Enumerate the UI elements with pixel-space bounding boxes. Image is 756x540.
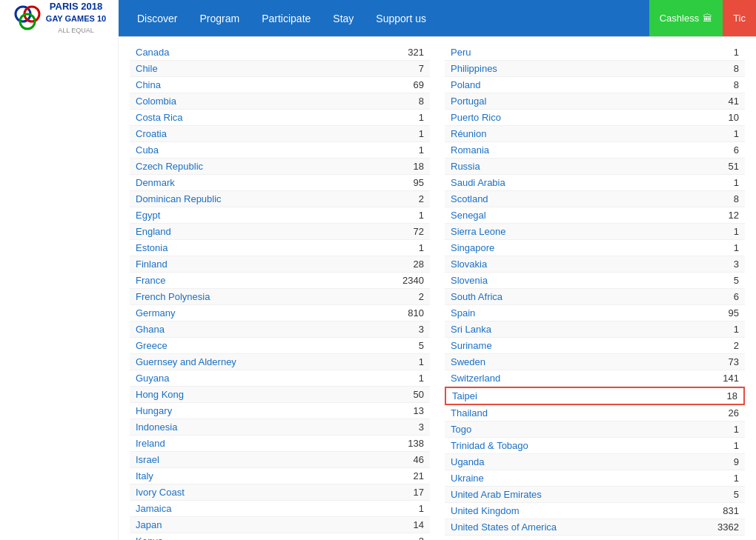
table-row: Guyana 1 (130, 370, 430, 387)
country-name[interactable]: United Kingdom (451, 505, 520, 516)
country-name[interactable]: Jamaica (136, 503, 171, 514)
country-name[interactable]: United Arab Emirates (451, 489, 542, 500)
country-name[interactable]: Togo (451, 424, 471, 435)
country-name[interactable]: Saudi Arabia (451, 177, 505, 188)
country-name[interactable]: Costa Rica (136, 112, 183, 123)
table-row: China 69 (130, 77, 430, 93)
country-name[interactable]: Sierra Leone (451, 226, 505, 237)
country-name[interactable]: Japan (136, 519, 162, 530)
country-name[interactable]: Ireland (136, 438, 165, 449)
country-count: 6 (709, 291, 739, 302)
nav-support[interactable]: Support us (365, 0, 437, 36)
country-name[interactable]: Kenya (136, 536, 163, 540)
country-name[interactable]: Réunion (451, 128, 486, 139)
country-name[interactable]: Ivory Coast (136, 487, 185, 498)
country-name[interactable]: United States of America (451, 521, 557, 533)
country-name[interactable]: Poland (451, 79, 480, 90)
country-name[interactable]: Uganda (451, 456, 485, 467)
country-name[interactable]: Dominican Republic (136, 193, 222, 204)
country-count: 8 (709, 79, 739, 90)
table-row: Peru 1 (445, 44, 745, 61)
right-column: Peru 1 Philippines 8 Poland 8 Portugal 4… (445, 44, 745, 540)
country-count: 7 (394, 63, 424, 74)
table-row: Sri Lanka 1 (445, 321, 745, 338)
country-name[interactable]: Israel (136, 454, 159, 465)
country-name[interactable]: Czech Republic (136, 161, 203, 172)
nav-program[interactable]: Program (188, 0, 251, 36)
country-name[interactable]: Indonesia (136, 421, 177, 433)
country-name[interactable]: Romania (451, 144, 489, 156)
country-count: 51 (709, 161, 739, 172)
cashless-button[interactable]: Cashless 🏛 (649, 0, 723, 36)
country-name[interactable]: England (136, 226, 171, 237)
country-name[interactable]: Sri Lanka (451, 324, 491, 335)
country-name[interactable]: Scotland (451, 193, 488, 204)
country-name[interactable]: Cuba (136, 144, 159, 156)
country-name[interactable]: France (136, 275, 165, 286)
table-area: Canada 321 Chile 7 China 69 Colombia 8 C… (119, 37, 756, 540)
table-row: Réunion 1 (445, 126, 745, 142)
country-name[interactable]: Hungary (136, 405, 172, 416)
nav-discover[interactable]: Discover (126, 0, 188, 36)
left-column: Canada 321 Chile 7 China 69 Colombia 8 C… (130, 44, 430, 540)
country-name[interactable]: Chile (136, 63, 158, 74)
country-name[interactable]: Taipei (452, 390, 477, 401)
table-row: United States of America 3362 (445, 519, 745, 536)
country-name[interactable]: Canada (136, 47, 170, 58)
country-count: 1 (394, 210, 424, 221)
country-count: 1 (709, 177, 739, 188)
country-name[interactable]: Singapore (451, 242, 494, 253)
country-count: 1 (709, 226, 739, 237)
country-name[interactable]: Peru (451, 47, 471, 58)
country-name[interactable]: Thailand (451, 407, 488, 419)
country-name[interactable]: Italy (136, 470, 153, 481)
country-count: 138 (394, 438, 424, 449)
country-name[interactable]: Croatia (136, 128, 167, 139)
country-name[interactable]: Senegal (451, 210, 486, 221)
country-name[interactable]: Denmark (136, 177, 175, 188)
table-row: Slovenia 5 (445, 273, 745, 289)
country-name[interactable]: Russia (451, 161, 480, 172)
country-name[interactable]: Finland (136, 259, 168, 270)
country-name[interactable]: Trinidad & Tobago (451, 440, 528, 451)
table-row: Jamaica 1 (130, 501, 430, 517)
country-count: 5 (394, 340, 424, 351)
country-count: 1 (709, 242, 739, 253)
country-name[interactable]: Spain (451, 307, 475, 319)
country-name[interactable]: Suriname (451, 340, 492, 351)
country-name[interactable]: Ukraine (451, 473, 484, 484)
table-row: Guernsey and Alderney 1 (130, 354, 430, 370)
country-count: 8 (709, 193, 739, 204)
country-name[interactable]: Slovenia (451, 275, 488, 286)
nav-stay[interactable]: Stay (322, 0, 365, 36)
country-count: 3 (394, 324, 424, 335)
sidebar (0, 37, 119, 540)
country-name[interactable]: Portugal (451, 96, 486, 107)
tickets-button[interactable]: Tic (723, 0, 756, 36)
country-name[interactable]: Sweden (451, 356, 485, 367)
country-name[interactable]: Ghana (136, 324, 165, 335)
country-count: 1 (394, 242, 424, 253)
country-name[interactable]: Philippines (451, 63, 497, 74)
country-name[interactable]: Germany (136, 307, 175, 319)
country-name[interactable]: Estonia (136, 242, 168, 253)
country-name[interactable]: Colombia (136, 96, 176, 107)
country-count: 3 (709, 259, 739, 270)
country-name[interactable]: Puerto Rico (451, 112, 501, 123)
country-name[interactable]: South Africa (451, 291, 503, 302)
country-count: 141 (709, 373, 739, 384)
country-name[interactable]: Switzerland (451, 373, 500, 384)
country-name[interactable]: Guernsey and Alderney (136, 356, 236, 367)
country-name[interactable]: French Polynesia (136, 291, 210, 302)
country-name[interactable]: China (136, 79, 161, 90)
content: Canada 321 Chile 7 China 69 Colombia 8 C… (0, 37, 756, 540)
table-row: Israel 46 (130, 452, 430, 468)
country-name[interactable]: Egypt (136, 210, 160, 221)
country-name[interactable]: Hong Kong (136, 389, 184, 400)
country-count: 95 (709, 307, 739, 319)
country-name[interactable]: Slovakia (451, 259, 487, 270)
country-name[interactable]: Guyana (136, 373, 170, 384)
country-name[interactable]: Greece (136, 340, 168, 351)
nav-participate[interactable]: Participate (251, 0, 322, 36)
table-row: Switzerland 141 (445, 370, 745, 387)
